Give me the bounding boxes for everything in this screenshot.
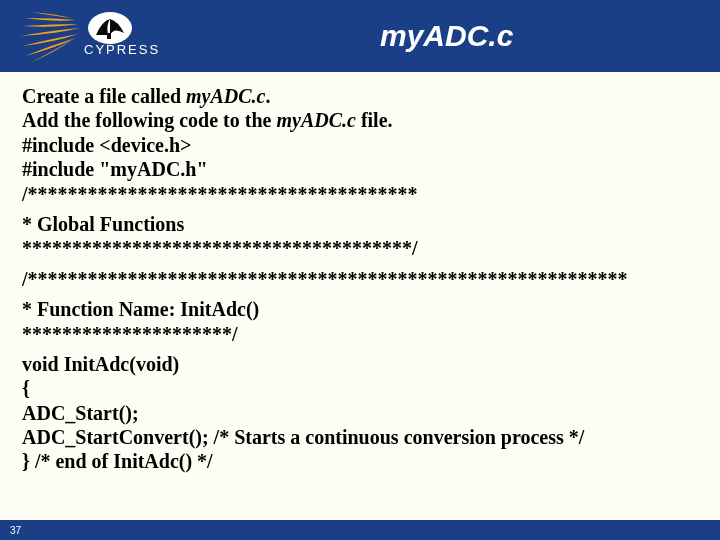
slide-footer: 37 — [0, 520, 720, 540]
text: Add the following code to the — [22, 109, 276, 131]
cypress-logo: CYPRESS — [82, 10, 222, 58]
code-line: ***************************************/ — [22, 236, 698, 260]
code-line: ADC_StartConvert(); /* Starts a continuo… — [22, 425, 698, 449]
slide-body: Create a file called myADC.c. Add the fo… — [0, 72, 720, 474]
tree-oval-icon — [88, 12, 132, 44]
filename-text: myADC.c — [186, 85, 265, 107]
code-line: #include "myADC.h" — [22, 157, 698, 181]
page-number: 37 — [10, 525, 21, 536]
code-line: #include <device.h> — [22, 133, 698, 157]
code-line: ADC_Start(); — [22, 401, 698, 425]
code-line: /***************************************… — [22, 267, 698, 291]
code-line: /*************************************** — [22, 182, 698, 206]
code-line: *********************/ — [22, 322, 698, 346]
body-line: Create a file called myADC.c. — [22, 84, 698, 108]
code-line: } /* end of InitAdc() */ — [22, 449, 698, 473]
sunrays-icon — [20, 6, 90, 66]
code-line: { — [22, 376, 698, 400]
logo-area: CYPRESS — [0, 0, 230, 72]
tree-icon — [92, 15, 128, 41]
brand-text: CYPRESS — [84, 42, 160, 57]
filename-text: myADC.c — [276, 109, 355, 131]
slide-title: myADC.c — [380, 19, 513, 53]
code-line: * Global Functions — [22, 212, 698, 236]
text: . — [265, 85, 270, 107]
body-line: Add the following code to the myADC.c fi… — [22, 108, 698, 132]
svg-rect-0 — [107, 33, 111, 39]
text: Create a file called — [22, 85, 186, 107]
text: file. — [356, 109, 393, 131]
code-line: void InitAdc(void) — [22, 352, 698, 376]
slide-header: CYPRESS myADC.c — [0, 0, 720, 72]
code-line: * Function Name: InitAdc() — [22, 297, 698, 321]
